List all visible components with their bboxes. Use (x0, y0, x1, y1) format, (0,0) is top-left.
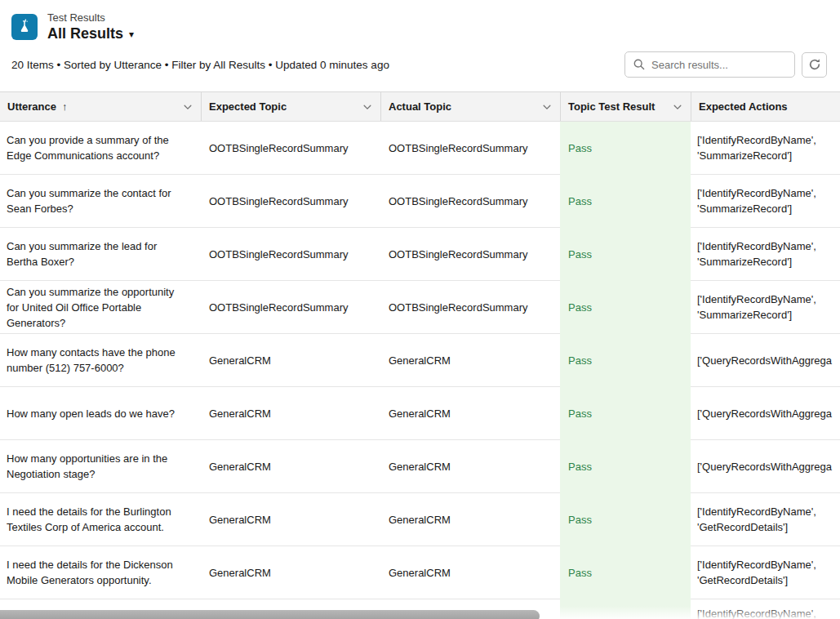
object-label: Test Results (47, 11, 134, 24)
cell-expected-actions: ['QueryRecordsWithAggrega (691, 387, 840, 440)
test-results-page: Test Results All Results ▾ 20 Items • So… (0, 0, 840, 619)
cell-utterance: Can you summarize the opportunity for Un… (0, 281, 201, 334)
chevron-down-icon[interactable] (183, 102, 193, 112)
table-row: Can you summarize the opportunity for Un… (0, 281, 840, 334)
chevron-down-icon[interactable] (362, 102, 372, 112)
cell-expected-topic: GeneralCRM (201, 493, 380, 546)
dropdown-caret-icon: ▾ (129, 29, 134, 40)
cell-expected-topic: GeneralCRM (201, 546, 380, 599)
table-row: I need the details for the Dickenson Mob… (0, 546, 840, 599)
column-header-topic-test-result[interactable]: Topic Test Result (560, 92, 691, 121)
table-row: Can you summarize the lead for Bertha Bo… (0, 228, 840, 281)
refresh-icon (808, 58, 821, 71)
table-row: How many opportunities are in the Negoti… (0, 440, 840, 493)
search-input[interactable] (651, 59, 795, 71)
cell-utterance: Can you summarize the lead for Bertha Bo… (0, 228, 201, 281)
chevron-down-icon[interactable] (542, 102, 552, 112)
cell-utterance: I need the details for the Burlington Te… (0, 493, 201, 546)
list-summary: 20 Items • Sorted by Utterance • Filter … (11, 59, 389, 71)
cell-topic-test-result: Pass (560, 122, 691, 175)
cell-topic-test-result: Pass (560, 228, 691, 281)
cell-actual-topic: OOTBSingleRecordSummary (380, 175, 560, 228)
cell-expected-actions: ['QueryRecordsWithAggrega (691, 440, 840, 493)
column-header-expected-actions[interactable]: Expected Actions (691, 92, 840, 121)
cell-utterance: How many opportunities are in the Negoti… (0, 440, 201, 493)
cell-actual-topic: OOTBSingleRecordSummary (380, 122, 560, 175)
cell-topic-test-result: Pass (560, 440, 691, 493)
cell-expected-actions: ['IdentifyRecordByName', 'SummarizeRecor… (691, 281, 840, 334)
list-view-name: All Results (47, 24, 123, 42)
chevron-down-icon[interactable] (673, 102, 682, 112)
cell-expected-actions: ['IdentifyRecordByName', 'SummarizeRecor… (691, 122, 840, 175)
column-header-actual-topic[interactable]: Actual Topic (380, 92, 560, 121)
table-row: Can you provide a summary of the Edge Co… (0, 122, 840, 175)
cell-utterance: How many contacts have the phone number … (0, 334, 201, 387)
cell-topic-test-result: Pass (560, 175, 691, 228)
cell-expected-topic: OOTBSingleRecordSummary (201, 122, 380, 175)
page-header: Test Results All Results ▾ (0, 0, 840, 47)
horizontal-scrollbar-thumb[interactable] (0, 610, 540, 619)
search-box[interactable] (624, 51, 795, 78)
table-row: I need the details for the Burlington Te… (0, 493, 840, 546)
page-titles: Test Results All Results ▾ (47, 11, 134, 42)
cell-topic-test-result: Pass (560, 281, 691, 334)
cell-topic-test-result: Pass (560, 334, 691, 387)
cell-utterance: Can you provide a summary of the Edge Co… (0, 122, 201, 175)
cell-utterance: I need the details for the Dickenson Mob… (0, 546, 201, 599)
cell-expected-actions: ['IdentifyRecordByName', 'GetRecordDetai… (691, 493, 840, 546)
cell-actual-topic: GeneralCRM (380, 546, 560, 599)
test-results-table: Utterance ↑ Expected Topic Actual Topic (0, 91, 840, 619)
cell-expected-topic: GeneralCRM (201, 387, 380, 440)
table-viewport: Utterance ↑ Expected Topic Actual Topic (0, 91, 840, 619)
refresh-button[interactable] (802, 52, 827, 78)
column-header-expected-topic[interactable]: Expected Topic (201, 92, 380, 121)
cell-expected-topic: OOTBSingleRecordSummary (201, 281, 380, 334)
cell-topic-test-result: Pass (560, 387, 691, 440)
cell-expected-actions: ['QueryRecordsWithAggrega (691, 334, 840, 387)
cell-utterance: Can you summarize the contact for Sean F… (0, 175, 201, 228)
cell-expected-actions: ['IdentifyRecordByName', (691, 599, 840, 619)
sort-ascending-icon: ↑ (62, 100, 68, 113)
toolbar-actions (624, 51, 827, 78)
cell-topic-test-result (560, 599, 691, 619)
cell-actual-topic: OOTBSingleRecordSummary (380, 281, 560, 334)
cell-utterance: How many open leads do we have? (0, 387, 201, 440)
table-row: How many open leads do we have? GeneralC… (0, 387, 840, 440)
table-row: How many contacts have the phone number … (0, 334, 840, 387)
cell-actual-topic: OOTBSingleRecordSummary (380, 228, 560, 281)
cell-actual-topic: GeneralCRM (380, 334, 560, 387)
table-body: Can you provide a summary of the Edge Co… (0, 122, 840, 599)
flask-icon (11, 14, 38, 40)
list-toolbar: 20 Items • Sorted by Utterance • Filter … (0, 47, 840, 82)
cell-expected-topic: GeneralCRM (201, 440, 380, 493)
cell-expected-actions: ['IdentifyRecordByName', 'SummarizeRecor… (691, 228, 840, 281)
cell-topic-test-result: Pass (560, 493, 691, 546)
cell-expected-topic: GeneralCRM (201, 334, 380, 387)
table-header-row: Utterance ↑ Expected Topic Actual Topic (0, 91, 840, 122)
cell-expected-actions: ['IdentifyRecordByName', 'SummarizeRecor… (691, 175, 840, 228)
list-view-selector[interactable]: All Results ▾ (47, 24, 134, 42)
cell-expected-topic: OOTBSingleRecordSummary (201, 228, 380, 281)
cell-expected-topic: OOTBSingleRecordSummary (201, 175, 380, 228)
cell-topic-test-result: Pass (560, 546, 691, 599)
cell-actual-topic: GeneralCRM (380, 387, 560, 440)
cell-actual-topic: GeneralCRM (380, 493, 560, 546)
cell-expected-actions: ['IdentifyRecordByName', 'GetRecordDetai… (691, 546, 840, 599)
search-icon (633, 59, 645, 70)
cell-actual-topic: GeneralCRM (380, 440, 560, 493)
column-header-utterance[interactable]: Utterance ↑ (0, 92, 201, 121)
table-row: Can you summarize the contact for Sean F… (0, 175, 840, 228)
